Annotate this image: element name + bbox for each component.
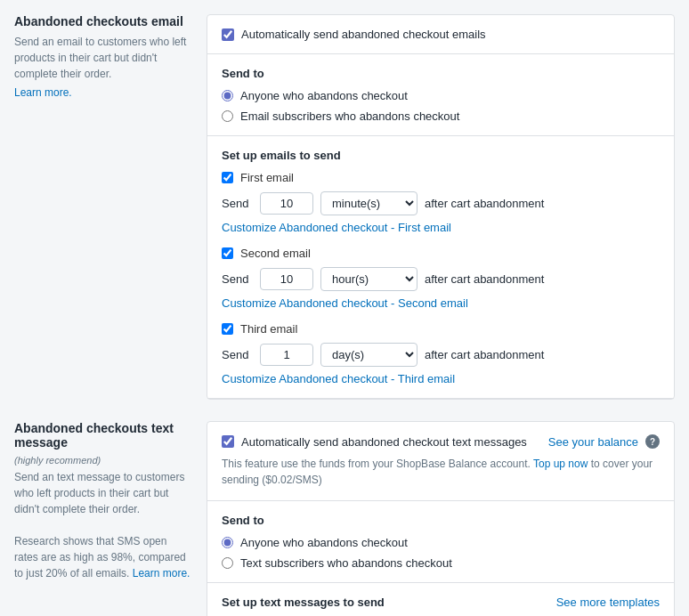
sms-setup-header-row: Set up text messages to send See more te… (222, 596, 660, 609)
email-radio-subscribers-input[interactable] (222, 110, 233, 122)
first-email-customize-link[interactable]: Customize Abandoned checkout - First ema… (222, 221, 451, 234)
first-email-checkbox[interactable] (222, 172, 233, 183)
third-email-checkbox[interactable] (222, 323, 233, 335)
sms-info-prefix: This feature use the funds from your Sho… (222, 458, 531, 470)
third-email-send-label: Send (222, 348, 253, 361)
email-radio-subscribers: Email subscribers who abandons checkout (222, 109, 660, 123)
sms-radio-anyone: Anyone who abandons checkout (222, 536, 660, 549)
sms-auto-send-label[interactable]: Automatically send abandoned checkout te… (241, 435, 527, 449)
email-item-third-header: Third email (222, 322, 660, 336)
second-email-send-label: Send (222, 272, 253, 286)
email-item-second-header: Second email (222, 247, 660, 260)
third-email-after-text: after cart abandonment (425, 348, 544, 361)
email-setup-title: Set up emails to send (222, 149, 660, 162)
email-section-right: Automatically send abandoned checkout em… (207, 14, 675, 400)
email-setup-block: Set up emails to send First email Send m… (207, 136, 674, 399)
email-auto-send-block: Automatically send abandoned checkout em… (207, 15, 674, 54)
second-email-customize-link[interactable]: Customize Abandoned checkout - Second em… (222, 296, 468, 310)
sms-checkbox-group: Automatically send abandoned checkout te… (222, 435, 527, 449)
email-item-second: Second email Send minute(s) hour(s) day(… (222, 247, 660, 310)
email-section-title: Abandoned checkouts email (14, 14, 192, 28)
email-section: Abandoned checkouts email Send an email … (14, 14, 675, 400)
email-auto-send-checkbox[interactable] (222, 28, 234, 41)
first-email-unit-select[interactable]: minute(s) hour(s) day(s) (320, 191, 417, 215)
sms-radio-subscribers: Text subscribers who abandons checkout (222, 556, 660, 570)
email-send-to-radio-group: Anyone who abandons checkout Email subsc… (222, 89, 660, 123)
sms-send-to-block: Send to Anyone who abandons checkout Tex… (207, 501, 674, 583)
sms-auto-send-block: Automatically send abandoned checkout te… (207, 422, 674, 501)
email-item-third: Third email Send minute(s) hour(s) day(s… (222, 322, 660, 385)
sms-send-to-radio-group: Anyone who abandons checkout Text subscr… (222, 536, 660, 570)
first-email-send-label: Send (222, 197, 253, 210)
sms-radio-anyone-label: Anyone who abandons checkout (240, 536, 408, 549)
third-email-value-input[interactable] (260, 344, 313, 366)
third-email-label: Third email (240, 322, 297, 336)
sms-radio-subscribers-label: Text subscribers who abandons checkout (240, 556, 452, 570)
second-email-label: Second email (240, 247, 311, 260)
third-email-customize-link[interactable]: Customize Abandoned checkout - Third ema… (222, 372, 455, 385)
sms-section-title: Abandoned checkouts text message (14, 421, 192, 450)
first-email-value-input[interactable] (260, 192, 313, 215)
sms-highly-recommend: (highly recommend) (14, 455, 192, 466)
second-email-value-input[interactable] (260, 268, 313, 290)
sms-balance-group: See your balance ? (548, 434, 660, 449)
sms-setup-block: Set up text messages to send See more te… (207, 583, 674, 616)
second-email-unit-select[interactable]: minute(s) hour(s) day(s) (320, 267, 417, 291)
sms-learn-more-link[interactable]: Learn more. (133, 567, 190, 580)
email-radio-anyone: Anyone who abandons checkout (222, 89, 660, 102)
second-email-after-text: after cart abandonment (425, 272, 544, 286)
email-auto-send-label[interactable]: Automatically send abandoned checkout em… (241, 28, 486, 41)
first-email-after-text: after cart abandonment (425, 197, 544, 210)
sms-section: Abandoned checkouts text message (highly… (14, 421, 675, 616)
email-send-to-block: Send to Anyone who abandons checkout Ema… (207, 54, 674, 136)
sms-send-to-title: Send to (222, 514, 660, 527)
third-email-send-row: Send minute(s) hour(s) day(s) after cart… (222, 343, 660, 367)
email-section-left: Abandoned checkouts email Send an email … (14, 14, 192, 99)
sms-see-more-link[interactable]: See more templates (556, 596, 660, 609)
first-email-label: First email (240, 171, 294, 184)
first-email-send-row: Send minute(s) hour(s) day(s) after cart… (222, 191, 660, 215)
email-radio-anyone-input[interactable] (222, 90, 233, 101)
sms-auto-send-checkbox[interactable] (222, 435, 234, 448)
sms-section-left: Abandoned checkouts text message (highly… (14, 421, 192, 585)
sms-topup-link[interactable]: Top up now (533, 458, 588, 470)
sms-see-balance-link[interactable]: See your balance (548, 435, 638, 449)
sms-radio-anyone-input[interactable] (222, 537, 233, 548)
email-radio-subscribers-label: Email subscribers who abandons checkout (240, 109, 459, 123)
sms-setup-title: Set up text messages to send (222, 596, 385, 609)
second-email-checkbox[interactable] (222, 247, 233, 259)
email-item-first: First email Send minute(s) hour(s) day(s… (222, 171, 660, 234)
email-radio-anyone-label: Anyone who abandons checkout (240, 89, 408, 102)
email-section-description: Send an email to customers who left prod… (14, 34, 192, 82)
email-learn-more-link[interactable]: Learn more. (14, 86, 72, 99)
third-email-unit-select[interactable]: minute(s) hour(s) day(s) (320, 343, 417, 367)
sms-auto-send-row: Automatically send abandoned checkout te… (222, 434, 660, 449)
sms-info-text: This feature use the funds from your Sho… (222, 456, 660, 488)
sms-section-right: Automatically send abandoned checkout te… (207, 421, 675, 616)
sms-radio-subscribers-input[interactable] (222, 557, 233, 569)
sms-section-description: Send an text message to customers who le… (14, 469, 192, 581)
page-wrapper: Abandoned checkouts email Send an email … (0, 0, 689, 616)
email-auto-send-row: Automatically send abandoned checkout em… (222, 28, 660, 41)
second-email-send-row: Send minute(s) hour(s) day(s) after cart… (222, 267, 660, 291)
email-item-first-header: First email (222, 171, 660, 184)
email-send-to-title: Send to (222, 67, 660, 80)
sms-help-icon[interactable]: ? (645, 434, 660, 449)
